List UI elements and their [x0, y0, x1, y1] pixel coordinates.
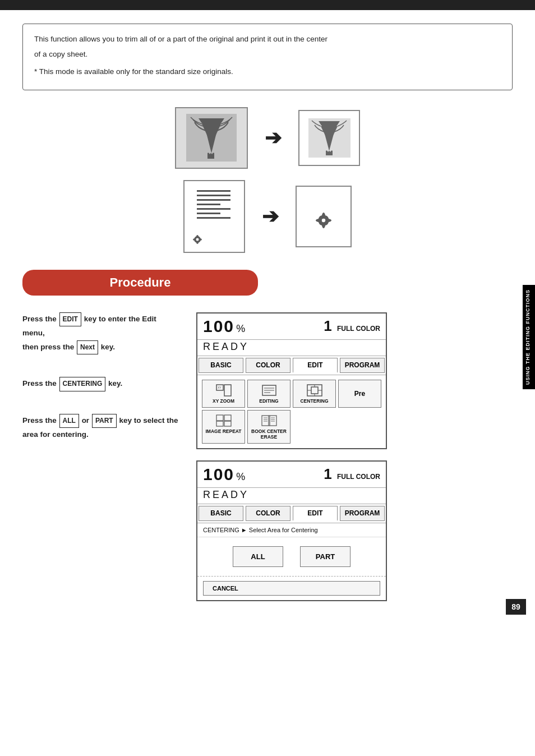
tab-color-2[interactable]: COLOR: [246, 506, 290, 521]
tree-icon-full: [186, 114, 237, 162]
panel1-percent-sym: %: [236, 323, 245, 334]
pre-btn[interactable]: Pre: [338, 380, 381, 408]
centered-icon: [308, 201, 339, 232]
editing-btn[interactable]: EDITING: [247, 380, 290, 408]
svg-rect-27: [216, 421, 223, 426]
doc-line-1: [197, 190, 230, 192]
panel2-centering-row: CENTERING ► Select Area for Centering: [197, 523, 386, 537]
centering-key: CENTERING: [59, 377, 106, 391]
panel2-percent-sym: %: [236, 471, 245, 482]
edit-key: EDIT: [59, 312, 81, 327]
step3-text: Press the ALL or PART key to select the …: [22, 414, 179, 442]
doc-line-4: [197, 204, 220, 205]
steps-section: Press the EDIT key to enter the Edit men…: [22, 312, 513, 601]
doc-line-6: [197, 213, 220, 214]
info-line1: This function allows you to trim all of …: [34, 33, 501, 46]
doc-line-3: [197, 199, 230, 201]
editing-icon: [261, 384, 278, 397]
book-center-btn[interactable]: BOOK CENTER ERASE: [247, 410, 290, 444]
svg-rect-30: [270, 416, 276, 426]
panel2-tabs: BASIC COLOR EDIT PROGRAM: [197, 504, 386, 523]
xyzoom-label: XY ZOOM: [213, 398, 234, 404]
panel2-count: 1: [324, 465, 331, 482]
page-number: 89: [506, 599, 526, 615]
centering-row-text: Select Area for Centering: [249, 527, 318, 533]
diagram-doc: [183, 180, 245, 253]
doc-lines: [191, 187, 236, 222]
tab-program-2[interactable]: PROGRAM: [340, 506, 385, 521]
part-key: PART: [92, 414, 117, 428]
diagram-section: ➔: [22, 107, 513, 253]
procedure-title: Procedure: [110, 275, 171, 289]
tab-color-1[interactable]: COLOR: [246, 358, 290, 373]
centering-btn[interactable]: CENTERING: [293, 380, 336, 408]
svg-rect-20: [311, 387, 318, 394]
diagram-original: [175, 107, 248, 169]
book-center-icon: [261, 414, 278, 427]
svg-rect-26: [224, 415, 231, 421]
step1-text: Press the EDIT key to enter the Edit men…: [22, 312, 179, 354]
panel2-header: 100 % 1 FULL COLOR: [197, 462, 386, 488]
svg-rect-28: [224, 421, 231, 426]
image-repeat-icon: [215, 414, 232, 427]
svg-rect-13: [224, 385, 231, 396]
steps-right: 100 % 1 FULL COLOR READY BASIC COLOR EDI…: [196, 312, 513, 601]
side-tab-text: USING THE EDITING FUNCTIONS: [525, 289, 531, 385]
svg-point-11: [321, 218, 326, 223]
diagram-centered: [296, 186, 352, 247]
centering-row-label: CENTERING: [203, 527, 239, 533]
editing-label: EDITING: [259, 398, 278, 404]
panel2-color: FULL COLOR: [337, 473, 380, 481]
diagram-cropped: [298, 110, 360, 166]
tab-edit-1[interactable]: EDIT: [293, 358, 338, 373]
svg-point-6: [196, 238, 199, 241]
tab-basic-1[interactable]: BASIC: [199, 358, 243, 373]
panel1-percent: 100: [203, 317, 234, 335]
cancel-btn[interactable]: CANCEL: [203, 581, 380, 596]
svg-rect-25: [216, 415, 223, 421]
panel-2: 100 % 1 FULL COLOR READY BASIC COLOR EDI…: [196, 460, 387, 601]
panel1-color: FULL COLOR: [337, 325, 380, 333]
info-box: This function allows you to trim all of …: [22, 24, 513, 90]
info-line2: of a copy sheet.: [34, 48, 501, 61]
diagram-row-1: ➔: [175, 107, 360, 169]
doc-line-2: [197, 195, 230, 196]
doc-line-5: [197, 208, 230, 210]
svg-rect-29: [262, 416, 269, 426]
svg-text:XY: XY: [218, 386, 222, 389]
panel1-grid: XY XY ZOOM EDITING: [197, 375, 386, 448]
centering-label: CENTERING: [300, 398, 328, 404]
book-center-label: BOOK CENTER ERASE: [249, 428, 289, 440]
part-btn[interactable]: PART: [300, 546, 350, 567]
tree-icon-cropped: [308, 118, 350, 158]
tab-program-1[interactable]: PROGRAM: [340, 358, 385, 373]
panel1-ready: READY: [197, 340, 386, 356]
top-bar: [0, 0, 535, 10]
panel1-count: 1: [324, 317, 331, 334]
panel2-ready: READY: [197, 488, 386, 504]
steps-left: Press the EDIT key to enter the Edit men…: [22, 312, 179, 601]
image-repeat-btn[interactable]: IMAGE REPEAT: [202, 410, 245, 444]
xyzoom-btn[interactable]: XY XY ZOOM: [202, 380, 245, 408]
image-repeat-label: IMAGE REPEAT: [205, 428, 241, 434]
centering-icon: [306, 384, 323, 397]
panel2-actions: ALL PART: [197, 537, 386, 576]
arrow-right-2: ➔: [262, 205, 279, 228]
all-key: ALL: [59, 414, 79, 428]
panel2-cancel-row: CANCEL: [197, 576, 386, 600]
procedure-header: Procedure: [22, 270, 258, 296]
xyzoom-icon: XY: [215, 384, 232, 397]
tab-basic-2[interactable]: BASIC: [199, 506, 243, 521]
panel2-percent: 100: [203, 465, 234, 483]
info-line3: * This mode is available only for the st…: [34, 66, 501, 79]
diagram-row-2: ➔: [183, 180, 352, 253]
centering-row-arrow: ►: [241, 527, 249, 533]
main-content: This function allows you to trim all of …: [0, 10, 535, 624]
tab-edit-2[interactable]: EDIT: [293, 506, 338, 521]
side-tab: USING THE EDITING FUNCTIONS: [523, 285, 535, 389]
all-btn[interactable]: ALL: [233, 546, 283, 567]
small-icon-doc: [189, 228, 206, 247]
next-key: Next: [77, 340, 98, 355]
panel1-tabs: BASIC COLOR EDIT PROGRAM: [197, 356, 386, 375]
doc-line-7: [197, 217, 230, 219]
